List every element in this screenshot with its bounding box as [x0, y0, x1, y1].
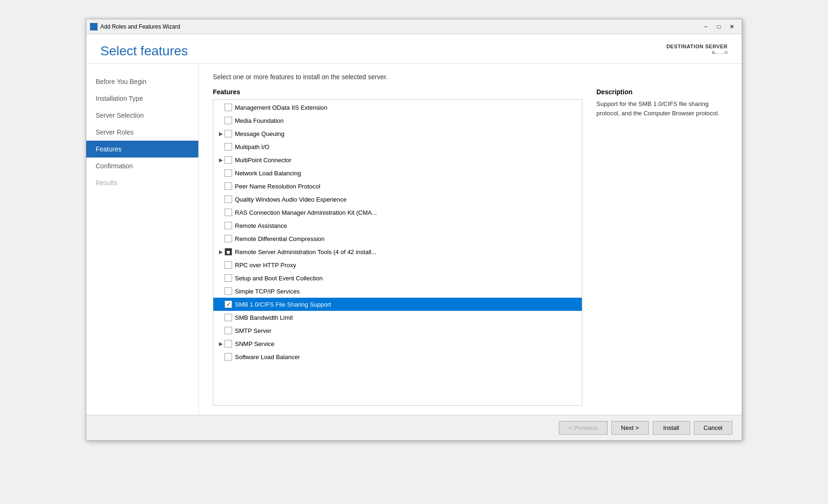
feature-item-software-load-balancer[interactable]: Software Load Balancer	[213, 350, 582, 363]
checkbox-setup-boot-event[interactable]	[225, 274, 232, 282]
feature-text-smb-10-cifs: SMB 1.0/CIFS File Sharing Support	[235, 301, 578, 308]
expand-arrow-remote-server-admin[interactable]: ▶	[217, 249, 225, 255]
expand-arrow-message-queuing[interactable]: ▶	[217, 131, 225, 137]
next-button[interactable]: Next >	[611, 421, 649, 435]
checkbox-rpc-over-http[interactable]	[225, 261, 232, 269]
checkbox-simple-tcp[interactable]	[225, 287, 232, 295]
feature-text-remote-differential: Remote Differential Compression	[235, 235, 578, 242]
checkbox-network-load-balancing[interactable]	[225, 169, 232, 177]
install-button[interactable]: Install	[653, 421, 690, 435]
cancel-button[interactable]: Cancel	[694, 421, 732, 435]
app-icon	[90, 23, 98, 30]
description-panel-label: Description	[596, 88, 728, 96]
header: Select features DESTINATION SERVER a... …	[86, 34, 742, 64]
feature-text-rpc-over-http: RPC over HTTP Proxy	[235, 262, 578, 269]
features-label: Features	[213, 88, 582, 96]
content-area: Before You Begin Installation Type Serve…	[86, 64, 742, 415]
sidebar-item-features[interactable]: Features	[86, 141, 198, 158]
feature-text-smtp-server: SMTP Server	[235, 327, 578, 334]
sidebar-item-before-you-begin[interactable]: Before You Begin	[86, 73, 198, 90]
feature-item-management-odata[interactable]: Management OData IIS Extension	[213, 101, 582, 114]
checkbox-software-load-balancer[interactable]	[225, 353, 232, 361]
features-list-container: Management OData IIS ExtensionMedia Foun…	[213, 99, 582, 406]
expand-arrow-multipoint-connector[interactable]: ▶	[217, 157, 225, 163]
destination-server-info: DESTINATION SERVER a... ...n	[666, 44, 728, 55]
main-description: Select one or more features to install o…	[213, 73, 728, 81]
checkbox-peer-name-resolution[interactable]	[225, 182, 232, 190]
description-panel-body: Support for the SMB 1.0/CIFS file sharin…	[596, 99, 728, 118]
maximize-button[interactable]: □	[713, 22, 725, 32]
sidebar-item-installation-type[interactable]: Installation Type	[86, 90, 198, 107]
sidebar-item-results: Results	[86, 174, 198, 191]
feature-item-message-queuing[interactable]: ▶Message Queuing	[213, 127, 582, 140]
page-title: Select features	[100, 44, 188, 59]
checkbox-snmp-service[interactable]	[225, 340, 232, 347]
sidebar-item-server-roles[interactable]: Server Roles	[86, 124, 198, 141]
feature-text-remote-server-admin: Remote Server Administration Tools (4 of…	[235, 248, 578, 256]
feature-item-remote-assistance[interactable]: Remote Assistance	[213, 219, 582, 232]
window-title: Add Roles and Features Wizard	[100, 23, 700, 30]
feature-item-remote-server-admin[interactable]: ▶■Remote Server Administration Tools (4 …	[213, 245, 582, 258]
feature-text-snmp-service: SNMP Service	[235, 340, 578, 347]
feature-item-setup-boot-event[interactable]: Setup and Boot Event Collection	[213, 271, 582, 285]
title-bar: Add Roles and Features Wizard − □ ✕	[86, 19, 742, 34]
feature-item-snmp-service[interactable]: ▶SNMP Service	[213, 337, 582, 350]
checkbox-smb-10-cifs[interactable]: ✓	[225, 301, 232, 308]
checkbox-media-foundation[interactable]	[225, 117, 232, 124]
sidebar-item-confirmation[interactable]: Confirmation	[86, 158, 198, 174]
feature-item-multipath-io[interactable]: Multipath I/O	[213, 140, 582, 153]
sidebar-item-server-selection[interactable]: Server Selection	[86, 107, 198, 124]
sidebar: Before You Begin Installation Type Serve…	[86, 64, 199, 415]
feature-text-network-load-balancing: Network Load Balancing	[235, 170, 578, 177]
feature-item-remote-differential[interactable]: Remote Differential Compression	[213, 232, 582, 245]
wizard-window: Add Roles and Features Wizard − □ ✕ Sele…	[86, 19, 742, 441]
two-column-layout: Features Management OData IIS ExtensionM…	[213, 88, 728, 406]
feature-item-media-foundation[interactable]: Media Foundation	[213, 114, 582, 127]
checkbox-management-odata[interactable]	[225, 104, 232, 111]
feature-item-smtp-server[interactable]: SMTP Server	[213, 324, 582, 337]
previous-button[interactable]: < Previous	[559, 421, 608, 435]
checkbox-remote-server-admin[interactable]: ■	[225, 248, 232, 256]
feature-text-setup-boot-event: Setup and Boot Event Collection	[235, 275, 578, 282]
destination-label: DESTINATION SERVER	[666, 44, 728, 49]
destination-value: a... ...n	[666, 49, 728, 55]
feature-text-management-odata: Management OData IIS Extension	[235, 104, 578, 111]
checkbox-remote-assistance[interactable]	[225, 222, 232, 229]
feature-text-smb-bandwidth: SMB Bandwidth Limit	[235, 314, 578, 321]
checkbox-quality-windows-audio[interactable]	[225, 196, 232, 203]
features-list[interactable]: Management OData IIS ExtensionMedia Foun…	[213, 100, 582, 405]
feature-item-smb-bandwidth[interactable]: SMB Bandwidth Limit	[213, 311, 582, 324]
checkbox-smtp-server[interactable]	[225, 327, 232, 334]
feature-text-quality-windows-audio: Quality Windows Audio Video Experience	[235, 196, 578, 203]
close-button[interactable]: ✕	[726, 22, 738, 32]
feature-text-media-foundation: Media Foundation	[235, 117, 578, 124]
checkbox-message-queuing[interactable]	[225, 130, 232, 137]
feature-text-ras-connection: RAS Connection Manager Administration Ki…	[235, 209, 578, 216]
feature-item-ras-connection[interactable]: RAS Connection Manager Administration Ki…	[213, 206, 582, 219]
feature-text-multipoint-connector: MultiPoint Connector	[235, 157, 578, 164]
feature-item-smb-10-cifs[interactable]: ✓SMB 1.0/CIFS File Sharing Support	[213, 298, 582, 311]
checkbox-remote-differential[interactable]	[225, 235, 232, 242]
main-content: Select one or more features to install o…	[199, 64, 742, 415]
description-section: Description Support for the SMB 1.0/CIFS…	[596, 88, 728, 406]
feature-item-network-load-balancing[interactable]: Network Load Balancing	[213, 166, 582, 180]
feature-text-software-load-balancer: Software Load Balancer	[235, 354, 578, 361]
feature-item-rpc-over-http[interactable]: RPC over HTTP Proxy	[213, 258, 582, 271]
checkbox-ras-connection[interactable]	[225, 209, 232, 216]
feature-item-peer-name-resolution[interactable]: Peer Name Resolution Protocol	[213, 180, 582, 193]
feature-text-multipath-io: Multipath I/O	[235, 143, 578, 150]
checkbox-smb-bandwidth[interactable]	[225, 314, 232, 321]
feature-text-message-queuing: Message Queuing	[235, 130, 578, 137]
feature-item-simple-tcp[interactable]: Simple TCP/IP Services	[213, 285, 582, 298]
expand-arrow-snmp-service[interactable]: ▶	[217, 341, 225, 347]
minimize-button[interactable]: −	[700, 22, 712, 32]
footer: < Previous Next > Install Cancel	[86, 415, 742, 440]
window-controls: − □ ✕	[700, 22, 738, 32]
feature-item-multipoint-connector[interactable]: ▶MultiPoint Connector	[213, 153, 582, 166]
feature-text-remote-assistance: Remote Assistance	[235, 222, 578, 229]
checkbox-multipath-io[interactable]	[225, 143, 232, 150]
feature-text-peer-name-resolution: Peer Name Resolution Protocol	[235, 183, 578, 190]
feature-text-simple-tcp: Simple TCP/IP Services	[235, 288, 578, 295]
checkbox-multipoint-connector[interactable]	[225, 156, 232, 164]
feature-item-quality-windows-audio[interactable]: Quality Windows Audio Video Experience	[213, 193, 582, 206]
